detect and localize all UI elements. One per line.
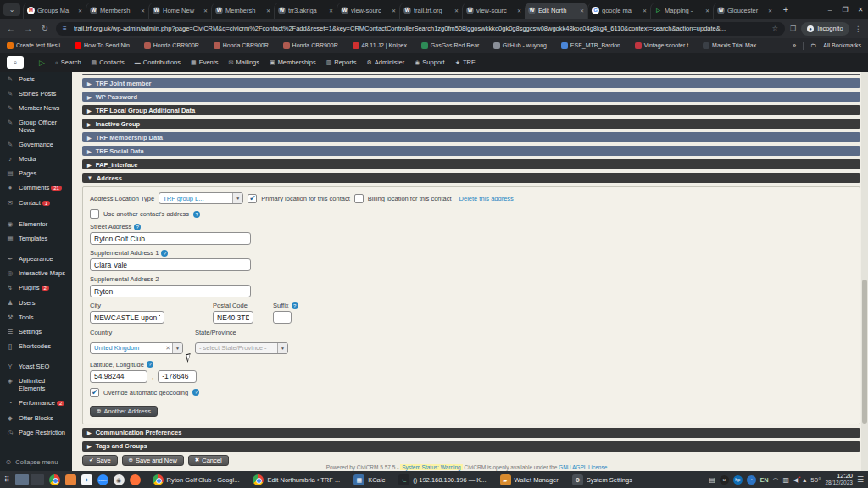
bookmark-item[interactable]: ESE_MTB_Bardon... [561,42,626,49]
billing-location-checkbox[interactable] [354,194,364,203]
browser-tab[interactable]: WMembersh✕ [211,3,274,19]
postal-code-input[interactable] [213,311,253,324]
tab-close-icon[interactable]: ✕ [203,8,208,14]
url-bar[interactable]: ≡ trail.trf.org.uk/wp-admin/admin.php?pa… [56,22,785,36]
supplemental-address-2-input[interactable] [90,285,251,297]
civicrm-menu-support[interactable]: ◉Support [415,58,444,66]
bookmark-item[interactable]: How To Send Nin... [75,42,135,49]
civicrm-quicksearch[interactable]: ⌕ [7,56,24,69]
chevron-down-icon[interactable]: ▼ [172,343,182,353]
sidebar-item-yoast-seo[interactable]: YYoast SEO [0,359,72,374]
street-address-input[interactable] [90,232,251,245]
firefox-launcher-icon[interactable] [130,474,141,485]
bookmark-item[interactable]: Honda CBR900R... [283,42,343,49]
sidebar-item-member-news[interactable]: ✎Member News [0,101,72,115]
app-circle-tray-icon[interactable]: u [720,475,729,485]
section-trf-local-group-additional-data-header[interactable]: ▶TRF Local Group Additional Data [82,105,860,115]
browser-tab[interactable]: Wtrail.trf.org✕ [399,3,462,19]
taskbar-task[interactable]: Edit Northumbria ‹ TRF ... [253,474,340,485]
clipboard-tray-icon[interactable]: ▥ [783,476,790,484]
maximize-icon[interactable]: ❐ [837,6,853,14]
stamp-launcher-icon[interactable] [65,474,76,485]
tab-close-icon[interactable]: ✕ [392,8,396,14]
civicrm-menu-contributions[interactable]: ▬Contributions [135,58,181,66]
browser-menu-icon[interactable]: ⋮ [854,25,862,33]
civicrm-menu-reports[interactable]: ▥Reports [326,58,357,66]
bookmark-item[interactable]: Honda CBR900R... [214,42,274,49]
forward-icon[interactable]: → [22,24,34,33]
all-bookmarks-label[interactable]: All Bookmarks [823,42,861,48]
back-icon[interactable]: ← [5,24,17,33]
delete-address-link[interactable]: Delete this address [459,195,514,202]
app-circle-launcher-icon[interactable]: ◉ [114,474,125,485]
city-input[interactable] [90,311,164,324]
tab-close-icon[interactable]: ✕ [768,8,772,14]
bookmark-item[interactable]: 48 11 J2 | Knipex... [353,42,412,49]
browser-tab[interactable]: Wview-sourc✕ [462,3,525,19]
files-tray-icon[interactable]: ▤ [709,476,715,484]
license-link[interactable]: GNU AGPL License [559,464,607,470]
longitude-input[interactable] [158,370,197,383]
section-communication-preferences-header[interactable]: ▶Communication Preferences [82,428,860,438]
desktop-1[interactable] [15,474,29,485]
sidebar-item-templates[interactable]: ▦Templates [0,231,72,246]
civicrm-menu-contacts[interactable]: ▤Contacts [92,58,125,66]
help-icon[interactable]: ? [161,250,168,257]
supplemental-address-1-input[interactable] [90,258,251,271]
civicrm-menu-mailings[interactable]: ✉Mailings [229,58,259,66]
new-tab-button[interactable]: + [779,3,793,17]
browser-tab[interactable]: WEdit North✕ [525,3,587,19]
sidebar-item-unlimited-elements[interactable]: ◈Unlimited Elements [0,374,72,396]
taskbar-task[interactable]: ▰Wallet Manager [500,474,559,485]
browser-tab[interactable]: WMembersh✕ [86,3,148,19]
help-icon[interactable]: ? [192,389,199,396]
sidebar-item-governance[interactable]: ✎Governance [0,137,72,152]
reload-icon[interactable]: ↻ [39,24,51,33]
taskbar-task[interactable]: Ryton Golf Club - Googl... [153,474,240,485]
sidebar-item-collapse-menu[interactable]: ⊙ Collapse menu [0,458,58,466]
tab-close-icon[interactable]: ✕ [266,8,270,14]
virtual-desktop-pager[interactable] [15,474,44,485]
section-address-header[interactable]: ▼ Address [82,173,860,183]
bookmark-item[interactable]: Maxxis Trial Max... [703,42,761,49]
browser-tab[interactable]: Wview-sourc✕ [337,3,399,19]
tray-expand-arrow-icon[interactable]: ▴ [803,476,806,484]
sidebar-item-page-restriction[interactable]: ◷Page Restriction [0,425,72,440]
wifi-icon[interactable]: ◠ [773,476,779,484]
civicrm-menu-memberships[interactable]: ▣Memberships [270,58,316,66]
latitude-input[interactable] [90,370,147,383]
bookmark-star-icon[interactable]: ☆ [772,25,778,32]
side-panel-icon[interactable]: ❒ [790,25,796,32]
sidebar-item-plugins[interactable]: ↯Plugins2 [0,280,72,296]
taskbar-task[interactable]: ›_() 192.168.100.196 — K... [398,474,486,485]
suffix-input[interactable] [273,311,292,324]
civicrm-menu-search[interactable]: ⌕Search [55,58,81,66]
help-icon[interactable]: ? [147,361,153,368]
override-geocoding-checkbox[interactable] [90,388,99,397]
sidebar-item-shortcodes[interactable]: []Shortcodes [0,339,72,353]
sidebar-item-users[interactable]: ♟Users [0,296,72,310]
location-type-select[interactable]: TRF group L... ▼ [159,192,243,204]
bookmarks-overflow-icon[interactable]: » [793,42,796,49]
civicrm-menu-administer[interactable]: ⚙Administer [367,58,405,66]
clear-icon[interactable]: ✕ [164,345,172,352]
taskbar-menu-icon[interactable]: ☰ [857,475,864,484]
chevron-down-icon[interactable]: ▼ [277,343,287,353]
desktop-2[interactable] [31,474,44,485]
section-trf-joint-member-header[interactable]: ▶TRF Joint member [82,78,860,88]
primary-location-checkbox[interactable] [248,194,257,203]
scrollbar-thumb[interactable] [862,280,867,424]
country-select[interactable]: United Kingdom ✕ ▼ [90,342,183,354]
tab-search-chevron-icon[interactable]: ⌄ [3,3,20,16]
bookmark-item[interactable]: GitHub - wuyong... [493,42,552,49]
sidebar-item-media[interactable]: ♪Media [0,152,72,166]
section-tags-and-groups-header[interactable]: ▶Tags and Groups [82,441,860,452]
sidebar-item-stories-posts[interactable]: ✎Stories Posts [0,86,72,101]
sidebar-item-elementor[interactable]: ◉Elementor [0,217,72,231]
tab-close-icon[interactable]: ✕ [78,8,82,14]
browser-tab[interactable]: Ggoogle ma✕ [587,3,650,19]
volume-muted-icon[interactable]: ◀ [793,476,798,484]
help-icon[interactable]: ? [292,302,298,309]
taskbar-task[interactable]: ▦KCalc [353,474,385,485]
help-icon[interactable]: ? [193,211,200,218]
